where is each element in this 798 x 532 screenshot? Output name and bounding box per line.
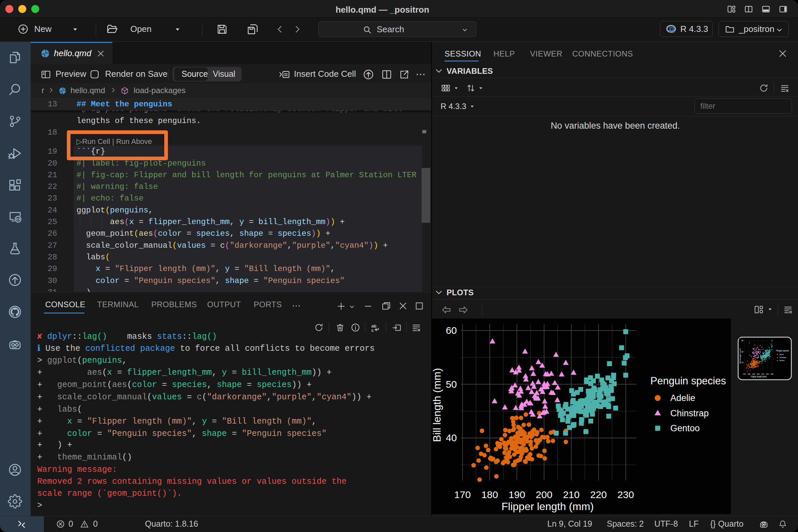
svg-text:Penguin species: Penguin species [650, 375, 726, 387]
svg-text:210: 210 [563, 489, 580, 500]
svg-text:R: R [669, 25, 674, 35]
svg-text:Adelie: Adelie [670, 393, 695, 403]
svg-text:200: 200 [536, 489, 552, 500]
svg-text:Bill length (mm): Bill length (mm) [432, 368, 443, 442]
svg-text:230: 230 [618, 489, 634, 500]
svg-text:Chinstrap: Chinstrap [670, 408, 709, 418]
svg-text:c: c [372, 328, 374, 333]
svg-text:50: 50 [446, 379, 457, 390]
svg-text:220: 220 [590, 489, 607, 500]
svg-text:Gentoo: Gentoo [670, 423, 700, 433]
svg-text:190: 190 [509, 489, 525, 500]
svg-text:Flipper length (mm): Flipper length (mm) [501, 500, 593, 512]
svg-text:60: 60 [446, 325, 457, 336]
svg-text:170: 170 [454, 489, 471, 500]
svg-text:40: 40 [446, 432, 457, 443]
svg-text:180: 180 [481, 489, 498, 500]
